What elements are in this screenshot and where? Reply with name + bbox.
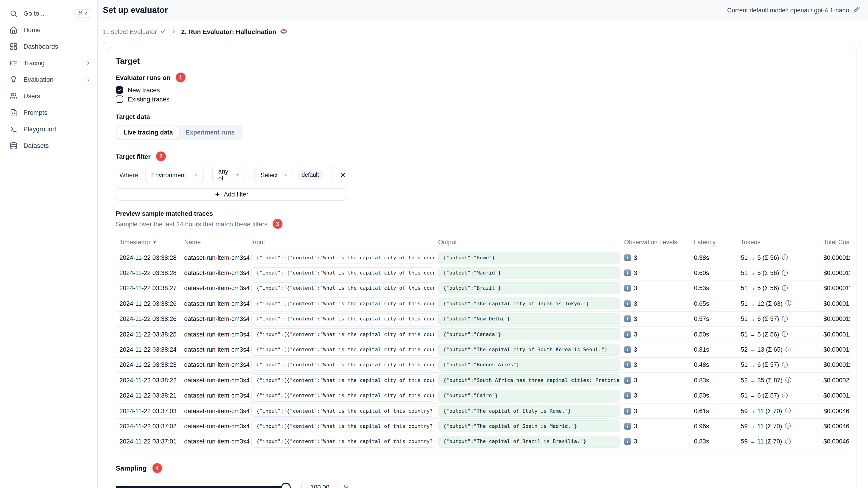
input-json[interactable]: {"input":[{"content":"What is the capita… [251, 359, 434, 371]
input-json[interactable]: {"input":[{"content":"What is the capita… [251, 436, 434, 448]
table-row[interactable]: 2024-11-22 03:38:25 dataset-run-item-cm3… [116, 327, 849, 342]
tokens-value: 59 → 11 (Σ 70) [741, 408, 782, 414]
default-model-button[interactable]: Current default model: openai / gpt-4.1-… [727, 6, 860, 14]
goto-search[interactable]: Go to... ⌘ K [0, 5, 97, 22]
sidebar-item-home[interactable]: Home [0, 22, 97, 38]
column-header-timestamp[interactable]: Timestamp▼ [116, 239, 184, 246]
column-header-observation-levels[interactable]: Observation Levels [624, 239, 694, 246]
output-json[interactable]: {"output":"The capital of Italy is Rome.… [438, 405, 620, 417]
info-circle-icon[interactable]: ⓘ [782, 284, 788, 292]
chevron-down-icon [235, 172, 240, 178]
sidebar-item-playground[interactable]: Playground [0, 121, 97, 137]
column-header-total-cost[interactable]: Total Cost [824, 239, 849, 246]
info-circle-icon[interactable]: ⓘ [782, 269, 788, 277]
info-circle-icon[interactable]: ⓘ [785, 346, 791, 354]
slider-track[interactable] [116, 486, 290, 488]
info-circle-icon[interactable]: ⓘ [785, 437, 791, 446]
output-json[interactable]: {"output":"The capital city of South Kor… [438, 344, 620, 356]
input-json[interactable]: {"input":[{"content":"What is the capita… [251, 252, 434, 263]
output-json[interactable]: {"output":"Buenos Aires"} [438, 359, 620, 371]
info-circle-icon[interactable]: ⓘ [782, 391, 788, 400]
tab-live-tracing-data[interactable]: Live tracing data [117, 126, 179, 139]
info-circle-icon[interactable]: ⓘ [782, 315, 788, 323]
filter-value-select[interactable]: Select default [254, 167, 333, 183]
input-json[interactable]: {"input":[{"content":"What is the capita… [251, 390, 434, 401]
output-json[interactable]: {"output":"The capital of Brazil is Bras… [438, 436, 620, 448]
table-row[interactable]: 2024-11-22 03:38:28 dataset-run-item-cm3… [116, 250, 849, 266]
sort-desc-icon: ▼ [153, 240, 157, 245]
output-json[interactable]: {"output":"South Africa has three capita… [438, 375, 620, 386]
info-circle-icon[interactable]: ⓘ [785, 422, 791, 430]
input-json[interactable]: {"input":[{"content":"What is the capita… [251, 344, 434, 356]
output-json[interactable]: {"output":"The capital city of Japan is … [438, 298, 620, 310]
input-json[interactable]: {"input":[{"content":"What is the capita… [251, 375, 434, 386]
info-circle-icon[interactable]: ⓘ [782, 253, 788, 262]
checkbox-existing-traces-label: Existing traces [128, 96, 169, 103]
remove-filter-button[interactable] [339, 171, 346, 178]
input-json[interactable]: {"input":[{"content":"What is the capita… [251, 313, 434, 325]
column-header-input[interactable]: Input [251, 239, 438, 246]
filter-field-select[interactable]: Environment [145, 167, 204, 183]
checkbox-existing-traces[interactable]: Existing traces [116, 96, 849, 103]
column-header-name[interactable]: Name [184, 239, 251, 246]
table-row[interactable]: 2024-11-22 03:38:24 dataset-run-item-cm3… [116, 342, 849, 358]
goto-label: Go to... [24, 10, 68, 17]
checkbox-icon[interactable] [116, 96, 123, 103]
input-json[interactable]: {"input":[{"content":"What is the capita… [251, 298, 434, 310]
observation-levels-cell: i 3 [624, 331, 694, 338]
column-header-tokens[interactable]: Tokens [741, 239, 824, 246]
checkbox-new-traces[interactable]: New traces [116, 86, 849, 94]
tracing-icon [9, 59, 18, 67]
filter-operator-select[interactable]: any of [212, 167, 246, 183]
info-circle-icon[interactable]: ⓘ [785, 299, 791, 308]
table-row[interactable]: 2024-11-22 03:38:21 dataset-run-item-cm3… [116, 388, 849, 403]
sidebar-item-tracing[interactable]: Tracing [0, 55, 97, 71]
breadcrumb-step2[interactable]: 2. Run Evaluator: Hallucination [181, 28, 288, 35]
table-row[interactable]: 2024-11-22 03:38:26 dataset-run-item-cm3… [116, 312, 849, 327]
timestamp-cell: 2024-11-22 03:38:24 [116, 346, 184, 353]
total-cost-cell: $0.00046 ( [824, 438, 849, 445]
output-json[interactable]: {"output":"The capital of Spain is Madri… [438, 420, 620, 432]
tab-experiment-runs[interactable]: Experiment runs [179, 126, 241, 139]
sidebar-item-evaluation[interactable]: Evaluation [0, 71, 97, 88]
checkbox-icon[interactable] [116, 86, 123, 94]
info-circle-icon[interactable]: ⓘ [785, 376, 791, 385]
sidebar-item-dashboards[interactable]: Dashboards [0, 38, 97, 55]
sampling-slider[interactable] [116, 483, 290, 488]
add-filter-button[interactable]: Add filter [116, 188, 347, 201]
observation-count: 3 [634, 269, 637, 276]
info-circle-icon[interactable]: ⓘ [782, 361, 788, 369]
table-row[interactable]: 2024-11-22 03:37:02 dataset-run-item-cm3… [116, 419, 849, 434]
table-row[interactable]: 2024-11-22 03:37:01 dataset-run-item-cm3… [116, 434, 849, 449]
slider-handle[interactable] [281, 483, 291, 488]
column-header-output[interactable]: Output [438, 239, 624, 246]
breadcrumb-step1[interactable]: 1. Select Evaluator [103, 28, 166, 35]
table-row[interactable]: 2024-11-22 03:38:28 dataset-run-item-cm3… [116, 266, 849, 281]
table-row[interactable]: 2024-11-22 03:37:03 dataset-run-item-cm3… [116, 403, 849, 419]
info-circle-icon[interactable]: ⓘ [782, 330, 788, 338]
output-json[interactable]: {"output":"Madrid"} [438, 267, 620, 279]
output-json[interactable]: {"output":"Rome"} [438, 252, 620, 263]
input-json[interactable]: {"input":[{"content":"What is the capita… [251, 405, 434, 417]
output-json[interactable]: {"output":"Canada"} [438, 328, 620, 340]
input-json[interactable]: {"input":[{"content":"What is the capita… [251, 420, 434, 432]
input-json[interactable]: {"input":[{"content":"What is the capita… [251, 328, 434, 340]
table-row[interactable]: 2024-11-22 03:38:22 dataset-run-item-cm3… [116, 373, 849, 388]
table-row[interactable]: 2024-11-22 03:38:27 dataset-run-item-cm3… [116, 281, 849, 296]
table-row[interactable]: 2024-11-22 03:38:23 dataset-run-item-cm3… [116, 357, 849, 373]
info-circle-icon[interactable]: ⓘ [785, 407, 791, 415]
sampling-percentage-input[interactable]: 100.00 [301, 480, 339, 488]
observation-levels-cell: i 3 [624, 300, 694, 307]
info-emoji-icon: i [624, 346, 631, 353]
input-json[interactable]: {"input":[{"content":"What is the capita… [251, 267, 434, 279]
sidebar-item-datasets[interactable]: Datasets [0, 137, 97, 154]
total-cost-cell: $0.000011 ( [824, 269, 849, 276]
sidebar-item-users[interactable]: Users [0, 88, 97, 104]
output-json[interactable]: {"output":"Brazil"} [438, 282, 620, 294]
sidebar-item-prompts[interactable]: Prompts [0, 104, 97, 121]
column-header-latency[interactable]: Latency [694, 239, 741, 246]
table-row[interactable]: 2024-11-22 03:38:26 dataset-run-item-cm3… [116, 296, 849, 312]
output-json[interactable]: {"output":"New Delhi"} [438, 313, 620, 325]
output-json[interactable]: {"output":"Cairo"} [438, 390, 620, 401]
input-json[interactable]: {"input":[{"content":"What is the capita… [251, 282, 434, 294]
